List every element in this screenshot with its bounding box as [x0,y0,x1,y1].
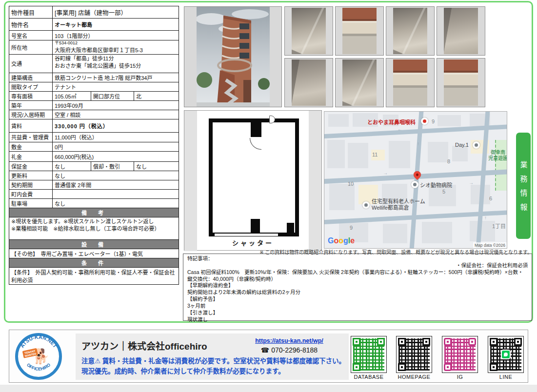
poi-day1-label[interactable]: Day.1 [455,142,469,148]
location-map[interactable]: ← ↑ → → ↑ とおやま耳鼻咽喉科 9 Day.1 御幸南児童遊園 11 8… [324,111,507,249]
map-attribution: Map data ©2026 [473,242,507,248]
qr-finder [444,338,452,346]
floor-plan-margin [309,111,321,251]
remarks-section-header: 備 考 [9,208,179,217]
map-building [389,141,410,168]
spec-label: 町内会費 [9,189,53,198]
phone-icon: ☎ [261,346,269,354]
spec-label: 礼金 [9,151,53,161]
spec-value: 0円 [53,142,179,151]
road-arrow-icon: → [383,170,388,176]
property-spec-table: 物件種目[事業用] 店舗（建物一部） 物件名オーキット都島 号室名103（1階部… [9,6,179,285]
map-building [348,143,368,168]
spec-label: 建築構造 [9,73,53,82]
spec-value: なし [53,161,91,171]
poi-icon[interactable] [411,181,418,188]
map-park-area [495,140,507,191]
spec-label: 物件名 [9,19,53,31]
transport-line: おおさか東「城北公園通」徒歩15分 [55,62,177,70]
qr-code-database [351,336,387,373]
company-logo: ATSU-KAN.NET OFFICEHIRO 🐕 TENANTWANTED [15,333,62,380]
floor-plan-margin [184,111,197,251]
spec-label: 駐車場 [9,198,53,208]
poi-park-line: 御幸南 [488,150,507,156]
footer: ATSU-KAN.NET OFFICEHIRO 🐕 TENANTWANTED ア… [9,330,528,383]
interior-photo [335,58,384,107]
spec-label: 現況/入居時期 [9,110,53,119]
interior-photo-image [292,8,326,54]
qr-label: DATABASE [348,374,390,380]
map-building [328,114,349,127]
special-notes-box: 特記事項： ・保証会社：保証会社利用必須 Casa 初回保証料100% 更新10… [183,254,532,321]
special-notes-body: Casa 初回保証料100% 更新10%/年・保険：保険要加入 火災保険 2年契… [187,269,528,283]
qr-finder [398,363,406,371]
company-info-block: アツカン｜株式会社officehiro https://atsu-kan.net… [76,333,349,380]
address-line: 大阪府大阪市都島区御幸町１丁目5-3 [55,46,177,54]
shutter-opening [215,233,278,236]
special-notes-title: 特記事項： [187,255,528,262]
spec-label: 共益費・管理費 [9,132,53,142]
poi-home-line: Wellife都島高倉 [372,205,425,211]
spec-label: 号室名 [9,31,53,40]
spec-value: 11,000円（税込） [53,132,179,142]
conditions-section-header: 条 件 [9,258,179,267]
postal-code: 〒534-0012 [55,41,177,46]
poi-park-line: 児童遊園 [488,156,507,161]
garage-photo [335,6,384,56]
page-bottom-margin [0,385,537,392]
spec-value: [事業用] 店舗（建物一部） [53,6,179,19]
wall-column [251,121,261,137]
interior-photo [284,58,333,107]
remarks-text: ※現状を優先します。※現状スケルトン渡しスケルトン返し※業種相談可能 ※給排水取… [9,217,179,239]
website-link[interactable]: https://atsu-kan.net/wp/ [255,337,323,344]
spec-value: 普通借家 2年間 [53,180,179,189]
opening-direction: 北 [134,91,179,100]
conditions-text: 【条件】 外国人契約可能・事務所利用可能・保証人不要・保証会社利用必須 [9,267,179,284]
spec-value: なし [53,198,179,208]
property-name: オーキット都島 [53,19,179,31]
spec-label: 交通 [9,54,53,73]
tax-warning-text: 注意⚠ 賃料・共益費・礼金等は消費税が必要です。空室状況や賃料等は都度確認下さい… [81,355,343,365]
spec-value: 103（1階部分） [53,31,179,40]
qr-finder [514,338,522,346]
qr-code-homepage [396,336,432,373]
spec-label: 償却・敷引 [91,161,134,171]
business-info-tab[interactable]: 業務情報 [516,133,531,239]
interior-photo-image [342,59,377,106]
spec-value: 鉄筋コンクリート造 地上7階 総戸数34戸 [53,73,179,82]
qr-finder [490,363,497,371]
poi-seniors-home-label[interactable]: 住宅型有料老人ホームWellife都島高倉 [372,198,425,211]
map-block-number: 9 [350,225,353,231]
map-block-number: 1丁目 [492,222,506,230]
road-arrow-icon: → [469,180,474,185]
qr-homepage: HOMEPAGE [393,336,435,380]
floor-plan: シャッター [184,110,322,251]
spec-label: 開口部方位 [91,91,134,100]
spec-value: 1993年09月 [53,100,179,110]
qr-finder [353,338,360,346]
poi-vet-label[interactable]: シオ動物病院 [420,181,452,189]
qr-finder [422,338,430,346]
qr-label: IG [439,374,481,380]
poi-icon[interactable] [473,141,480,149]
map-block-number: 5 [442,189,445,195]
special-notes-line: 3ヶ月前 [187,303,528,310]
spec-label: 物件種目 [9,6,53,19]
company-name: アツカン｜株式会社officehiro [81,336,236,352]
spec-value [53,189,179,198]
floor-area: 105.05㎡ [53,91,91,100]
interior-photo-image [292,59,326,106]
shutter-label: シャッター [184,238,321,247]
poi-park-label[interactable]: 御幸南児童遊園 [488,150,507,161]
garage-photo-image [444,59,478,106]
poi-icon[interactable] [362,201,370,209]
phone-number: ☎ 070-2296-8188 [236,346,343,354]
road-arrow-icon: ← [398,126,402,132]
remarks-line: ※現状を優先します。※現状スケルトン渡しスケルトン返し [11,218,177,225]
poi-ent-clinic-label[interactable]: とおやま耳鼻咽喉科 [367,118,416,126]
hospital-icon[interactable] [421,118,428,125]
special-notes-line: 現状渡し [187,316,528,323]
wall-column [287,223,294,234]
map-block-number: 9 [432,118,435,124]
transport-line: 谷町線「都島」徒歩11分 [55,55,177,62]
